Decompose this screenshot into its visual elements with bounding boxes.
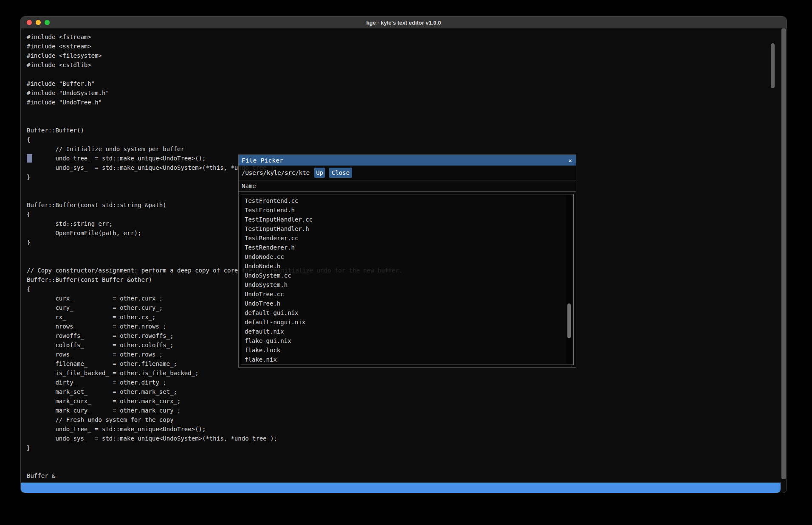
name-column-header: Name — [239, 180, 576, 191]
file-list-scrollbar-thumb[interactable] — [567, 303, 571, 338]
close-icon[interactable]: ✕ — [569, 157, 572, 164]
file-list-item[interactable]: default-gui.nix — [241, 308, 573, 317]
file-list-item[interactable]: TestRenderer.cc — [241, 233, 573, 243]
editor-scrollbar-thumb[interactable] — [771, 43, 775, 88]
file-list-item[interactable]: UndoNode.h — [241, 261, 573, 271]
window-titlebar[interactable]: kge - kyle's text editor v1.0.0 — [21, 17, 787, 28]
up-button[interactable]: Up — [314, 168, 325, 178]
file-picker-titlebar: File Picker ✕ — [239, 155, 576, 166]
file-picker-dialog: File Picker ✕ /Users/kyle/src/kte Up Clo… — [238, 154, 576, 368]
file-list-item[interactable]: TestInputHandler.h — [241, 224, 573, 233]
file-list-item[interactable]: TestInputHandler.cc — [241, 215, 573, 224]
file-list-item[interactable]: TestRenderer.h — [241, 243, 573, 252]
file-list-item[interactable]: default-nogui.nix — [241, 317, 573, 327]
text-cursor — [27, 154, 32, 163]
file-list-item[interactable]: UndoTree.cc — [241, 289, 573, 299]
file-list-item[interactable]: TestFrontend.cc — [241, 196, 573, 205]
file-list-item[interactable]: UndoTree.h — [241, 299, 573, 308]
status-bar: kge v1.0.0 [1/1] Buffer.cc 486L Open Fil… — [21, 483, 781, 493]
file-list-item[interactable]: flake-gui.nix — [241, 336, 573, 345]
file-list-item[interactable]: TestFrontend.h — [241, 205, 573, 215]
file-list-item[interactable]: flake.nix — [241, 355, 573, 364]
divider — [239, 191, 576, 192]
close-button[interactable]: Close — [329, 168, 352, 178]
file-list-item[interactable]: UndoSystem.h — [241, 280, 573, 289]
file-list-item[interactable]: flake.lock — [241, 345, 573, 355]
status-file-info: kge v1.0.0 [1/1] Buffer.cc 486L — [26, 493, 141, 493]
file-list-item[interactable]: UndoNode.cc — [241, 252, 573, 261]
current-path: /Users/kyle/src/kte — [242, 169, 310, 176]
file-list-item[interactable]: UndoSystem.cc — [241, 271, 573, 280]
file-picker-title: File Picker — [242, 157, 283, 164]
minimize-window-icon[interactable] — [36, 20, 41, 25]
close-window-icon[interactable] — [27, 20, 32, 25]
file-list: TestFrontend.ccTestFrontend.hTestInputHa… — [241, 194, 574, 365]
file-list-scrollbar-track[interactable] — [566, 195, 572, 364]
traffic-lights — [27, 20, 50, 25]
file-list-item[interactable]: default.nix — [241, 327, 573, 336]
zoom-window-icon[interactable] — [45, 20, 50, 25]
window-scrollbar-track[interactable] — [781, 28, 786, 479]
file-picker-path-row: /Users/kyle/src/kte Up Close — [239, 166, 576, 180]
window-title: kge - kyle's text editor v1.0.0 — [367, 20, 441, 26]
